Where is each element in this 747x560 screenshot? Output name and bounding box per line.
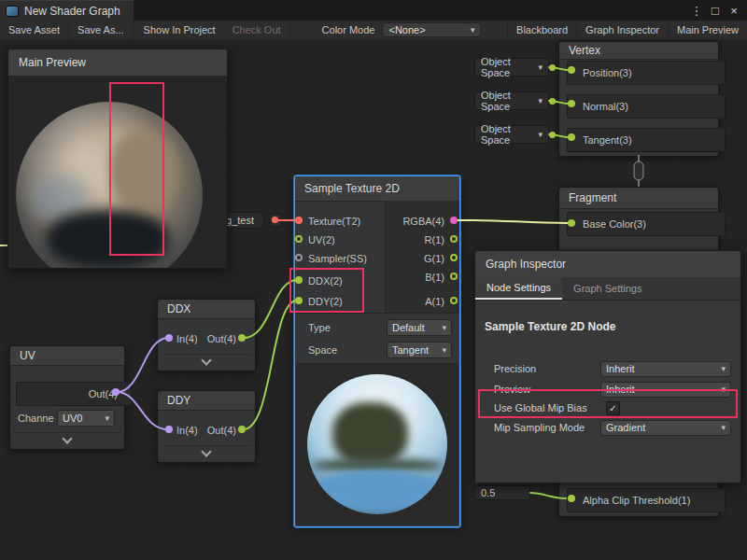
port-tangent-in[interactable] — [568, 133, 575, 141]
fragment-port-alpha-clip[interactable]: Alpha Clip Threshold(1) — [567, 488, 726, 512]
port-ddy-node-out[interactable] — [238, 426, 246, 433]
toolbar: Save Asset Save As... Show In Project Ch… — [0, 21, 747, 40]
port-ddx-in[interactable] — [295, 276, 303, 284]
blackboard-toggle-button[interactable]: Blackboard — [507, 21, 576, 39]
show-in-project-button[interactable]: Show In Project — [135, 21, 224, 39]
alpha-clip-value: 0.5 — [481, 487, 495, 498]
port-ddy-node-in[interactable] — [165, 426, 173, 433]
wire-rgba-to-base-color[interactable] — [455, 220, 568, 223]
port-base-color-in[interactable] — [568, 219, 575, 227]
chevron-down-icon: ▾ — [538, 130, 543, 139]
input-label-ddy: DDY(2) — [308, 294, 343, 309]
preview-label: Preview — [488, 384, 600, 395]
port-position-in[interactable] — [568, 66, 575, 74]
port-a-out[interactable] — [450, 297, 458, 304]
building-reflection — [109, 132, 176, 210]
type-dropdown[interactable]: Default ▾ — [387, 319, 452, 336]
graph-canvas[interactable]: Vertex Position(3) Normal(3) Tangent(3) … — [0, 39, 747, 560]
chevron-down-icon: ▾ — [721, 385, 726, 394]
save-asset-button[interactable]: Save Asset — [0, 21, 69, 39]
uv-channel-dropdown[interactable]: UV0 ▾ — [57, 410, 115, 427]
color-mode-label: Color Mode — [322, 21, 383, 39]
maximize-icon[interactable]: □ — [706, 1, 725, 20]
output-label-rgba: RGBA(4) — [370, 214, 444, 229]
vertex-port-normal[interactable]: Normal(3) — [567, 94, 726, 119]
port-position-space-out[interactable] — [549, 64, 556, 71]
uv-channel-value: UV0 — [63, 413, 82, 424]
port-alpha-clip-in[interactable] — [568, 495, 575, 502]
port-ddy-in[interactable] — [295, 297, 303, 304]
output-label-g: G(1) — [370, 251, 444, 266]
uv-collapse-bar[interactable] — [14, 432, 120, 446]
vertex-port-position[interactable]: Position(3) — [567, 61, 726, 85]
alpha-clip-value-field[interactable]: 0.5 — [474, 485, 530, 500]
output-label-r: R(1) — [370, 232, 444, 247]
mip-bias-row: Use Global Mip Bias ✓ — [488, 399, 731, 417]
sample-preview-sphere — [307, 374, 447, 514]
chevron-down-icon: ▾ — [721, 423, 726, 432]
space-dropdown[interactable]: Tangent ▾ — [387, 342, 452, 358]
ddy-collapse-bar[interactable] — [162, 445, 251, 459]
ddx-collapse-bar[interactable] — [162, 354, 251, 368]
tab-title: New Shader Graph — [24, 5, 120, 18]
property-label: g_test — [226, 215, 254, 226]
graph-inspector-toggle-button[interactable]: Graph Inspector — [576, 21, 668, 39]
menu-kebab-icon[interactable]: ⋮ — [687, 1, 706, 20]
close-icon[interactable]: × — [725, 1, 743, 20]
port-tangent-space-out[interactable] — [549, 132, 556, 138]
port-sampler-in[interactable] — [295, 254, 303, 261]
preview-dropdown[interactable]: Inherit ▾ — [600, 382, 731, 398]
position-space-dropdown[interactable]: Object Space ▾ — [474, 58, 549, 77]
tab-graph-settings[interactable]: Graph Settings — [562, 277, 653, 300]
port-ddx-node-in[interactable] — [165, 334, 173, 342]
preview-value: Inherit — [606, 384, 635, 395]
port-ddx-node-out[interactable] — [238, 334, 246, 342]
main-preview-sphere — [16, 102, 203, 268]
color-mode-value: <None> — [388, 24, 425, 35]
ddy-in-label: In(4) — [176, 423, 198, 438]
input-label-texture: Texture(T2) — [308, 214, 360, 229]
main-preview-toggle-button[interactable]: Main Preview — [668, 21, 747, 39]
inspector-content: Sample Texture 2D Node Precision Inherit… — [475, 300, 740, 483]
ddx-in-label: In(4) — [176, 331, 198, 346]
precision-value: Inherit — [606, 363, 635, 374]
fragment-port-base-color[interactable]: Base Color(3) — [567, 212, 726, 236]
port-r-out[interactable] — [450, 235, 458, 243]
port-normal-space-out[interactable] — [549, 98, 556, 105]
tab-node-settings[interactable]: Node Settings — [475, 277, 562, 300]
mip-sampling-mode-row: Mip Sampling Mode Gradient ▾ — [488, 418, 731, 437]
precision-dropdown[interactable]: Inherit ▾ — [600, 361, 731, 377]
port-rgba-out[interactable] — [450, 217, 458, 224]
mip-bias-label: Use Global Mip Bias — [488, 402, 606, 413]
save-as-button[interactable]: Save As... — [69, 21, 134, 39]
vertex-node[interactable]: Vertex Position(3) Normal(3) Tangent(3) — [558, 41, 719, 157]
port-b-out[interactable] — [450, 273, 458, 280]
fragment-node-title: Fragment — [559, 188, 718, 209]
document-tab[interactable]: New Shader Graph — [0, 0, 134, 21]
uv-node-title: UV — [10, 346, 124, 366]
vertex-port-tangent[interactable]: Tangent(3) — [567, 128, 726, 152]
port-uv-in[interactable] — [295, 235, 303, 243]
graph-inspector-header[interactable]: Graph Inspector — [475, 251, 740, 278]
divider — [296, 313, 458, 314]
color-mode-dropdown[interactable]: <None> ▾ — [382, 22, 481, 37]
mip-sampling-mode-dropdown[interactable]: Gradient ▾ — [600, 420, 731, 436]
chevron-down-icon: ▾ — [538, 96, 543, 105]
check-out-button: Check Out — [224, 21, 290, 39]
uv-node[interactable]: UV Out(4) Channe UV0 ▾ — [9, 345, 125, 450]
port-g-out[interactable] — [450, 254, 458, 261]
port-normal-in[interactable] — [568, 100, 575, 107]
port-gtest-out[interactable] — [272, 217, 278, 223]
tangent-space-dropdown[interactable]: Object Space ▾ — [474, 125, 549, 144]
main-preview-header[interactable]: Main Preview — [8, 49, 227, 77]
check-icon: ✓ — [609, 403, 616, 413]
inspector-node-heading: Sample Texture 2D Node — [485, 320, 615, 333]
input-label-ddx: DDX(2) — [308, 273, 343, 288]
sample-texture-2d-node[interactable]: Sample Texture 2D Texture(T2) UV(2) Samp… — [294, 175, 460, 527]
ddy-out-label: Out(4) — [201, 423, 236, 438]
port-uv-node-out[interactable] — [112, 388, 120, 396]
chevron-down-icon: ▾ — [538, 63, 543, 72]
port-texture-in[interactable] — [295, 217, 303, 224]
normal-space-dropdown[interactable]: Object Space ▾ — [474, 91, 549, 110]
mip-bias-checkbox[interactable]: ✓ — [606, 401, 620, 415]
